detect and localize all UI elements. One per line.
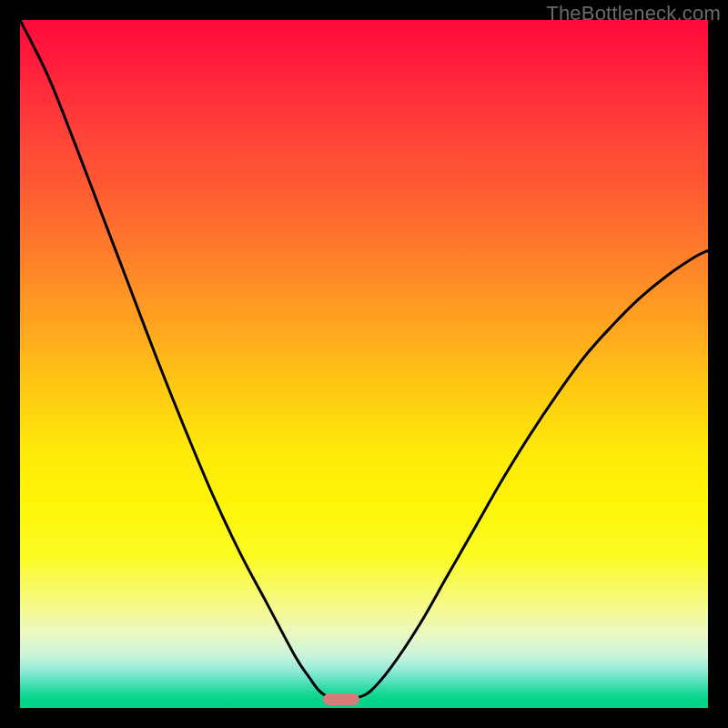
curve-left-branch [20, 20, 343, 699]
plot-area [20, 20, 708, 708]
chart-frame: TheBottleneck.com [0, 0, 728, 728]
bottleneck-marker [323, 693, 359, 705]
curve-layer [20, 20, 708, 708]
curve-right-branch [343, 250, 708, 699]
watermark-text: TheBottleneck.com [546, 2, 721, 25]
